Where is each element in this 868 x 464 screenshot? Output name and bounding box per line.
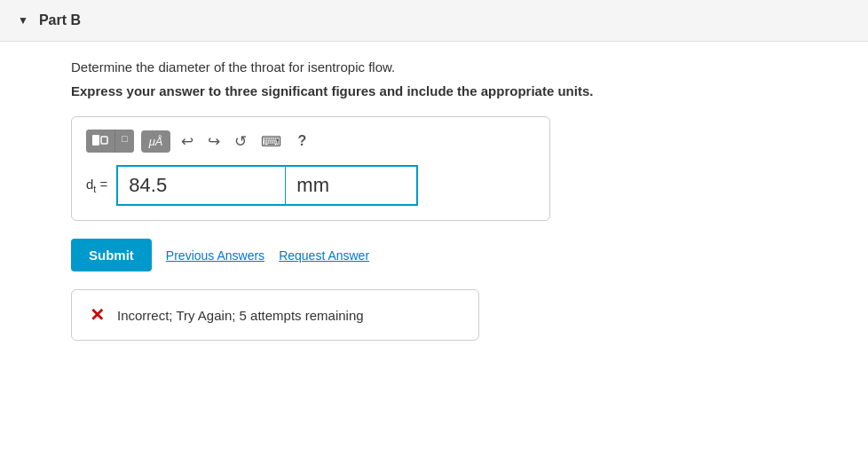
- redo-btn[interactable]: ↪: [204, 130, 224, 153]
- answer-input-box: □ μÅ ↩ ↪ ↺ ⌨ ? dt =: [71, 116, 550, 221]
- part-title: Part B: [39, 12, 81, 28]
- actions-row: Submit Previous Answers Request Answer: [71, 239, 797, 271]
- refresh-btn[interactable]: ↺: [231, 130, 250, 153]
- layout-icon: [92, 134, 108, 146]
- superscript-icon-btn[interactable]: □: [115, 130, 134, 153]
- feedback-box: ✕ Incorrect; Try Again; 5 attempts remai…: [71, 289, 479, 341]
- undo-btn[interactable]: ↩: [178, 130, 197, 153]
- svg-rect-0: [92, 135, 99, 145]
- part-content: Determine the diameter of the throat for…: [0, 42, 868, 367]
- description-text: Determine the diameter of the throat for…: [71, 59, 797, 75]
- feedback-message: Incorrect; Try Again; 5 attempts remaini…: [117, 308, 364, 323]
- page-container: ▼ Part B Determine the diameter of the t…: [0, 0, 868, 464]
- layout-icon-btn[interactable]: [86, 130, 115, 153]
- collapse-chevron[interactable]: ▼: [18, 14, 28, 27]
- equals-sign: =: [100, 177, 108, 192]
- error-icon: ✕: [90, 304, 105, 326]
- input-row: dt =: [86, 165, 535, 206]
- submit-button[interactable]: Submit: [71, 239, 152, 271]
- variable-label: dt =: [86, 177, 107, 194]
- svg-rect-1: [101, 137, 107, 144]
- layout-btn-group: □: [86, 130, 134, 153]
- symbol-btn[interactable]: μÅ: [141, 130, 171, 153]
- instruction-text: Express your answer to three significant…: [71, 83, 797, 98]
- request-answer-button[interactable]: Request Answer: [279, 248, 369, 263]
- part-header: ▼ Part B: [0, 0, 868, 42]
- variable-subscript: t: [93, 184, 96, 194]
- superscript-icon: □: [122, 133, 128, 144]
- help-btn[interactable]: ?: [292, 131, 312, 151]
- previous-answers-button[interactable]: Previous Answers: [166, 248, 264, 263]
- keyboard-icon[interactable]: ⌨: [257, 131, 285, 152]
- unit-input[interactable]: [285, 165, 418, 206]
- value-input[interactable]: [116, 165, 285, 206]
- answer-toolbar: □ μÅ ↩ ↪ ↺ ⌨ ?: [86, 130, 535, 153]
